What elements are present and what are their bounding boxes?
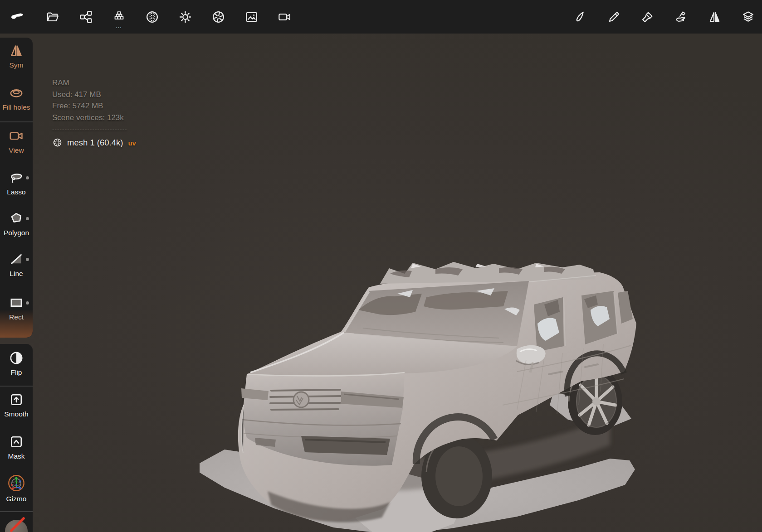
tool-gizmo[interactable]: Gizmo xyxy=(0,474,33,503)
material-icon[interactable] xyxy=(145,10,159,24)
files-icon[interactable] xyxy=(46,10,60,24)
tool-label-lasso: Lasso xyxy=(7,189,25,196)
stats-overlay: RAM Used: 417 MB Free: 5742 MB Scene ver… xyxy=(52,77,136,149)
tool-polygon[interactable]: Polygon xyxy=(0,211,33,237)
app-logo-icon[interactable] xyxy=(9,10,27,23)
gizmo-icon xyxy=(7,474,25,492)
tool-label-sym: Sym xyxy=(10,62,24,69)
fill-holes-icon xyxy=(9,85,24,101)
rect-icon xyxy=(9,295,24,310)
tool-falloff-partial[interactable] xyxy=(0,517,33,532)
topology-icon[interactable]: … xyxy=(112,10,126,24)
toolbox-panel-top: Sym Fill holes View Lasso xyxy=(0,38,33,338)
toolbar-right-group xyxy=(573,10,755,24)
paint-icon[interactable] xyxy=(640,10,655,24)
symmetry-icon xyxy=(9,43,24,58)
lighting-icon[interactable] xyxy=(178,10,192,24)
pressure-hand-icon[interactable] xyxy=(674,10,688,24)
smooth-icon xyxy=(9,392,24,407)
mask-icon xyxy=(9,434,24,450)
flip-icon xyxy=(9,350,24,366)
tool-view[interactable]: View xyxy=(0,128,33,154)
mesh-sphere-icon xyxy=(52,137,63,148)
stats-divider: ------------------------------ xyxy=(52,126,136,133)
tool-label-gizmo: Gizmo xyxy=(6,495,27,503)
tool-label-smooth: Smooth xyxy=(4,411,28,418)
layers-icon[interactable] xyxy=(741,10,755,24)
top-toolbar: … xyxy=(0,0,762,34)
tool-label-line: Line xyxy=(10,270,23,277)
background-image-icon[interactable] xyxy=(244,10,259,24)
tool-label-rect: Rect xyxy=(9,314,24,321)
tool-fill-holes[interactable]: Fill holes xyxy=(0,85,33,111)
falloff-sphere-icon xyxy=(4,517,29,532)
scene-graph-icon[interactable] xyxy=(79,10,93,24)
post-process-icon[interactable] xyxy=(211,10,225,24)
stats-scene-vertices: Scene vertices: 123k xyxy=(52,112,136,124)
panel-separator xyxy=(0,386,33,387)
tool-options-dot[interactable] xyxy=(26,301,29,305)
lasso-icon xyxy=(9,170,24,185)
stats-ram-title: RAM xyxy=(52,77,136,89)
tool-line[interactable]: Line xyxy=(0,251,33,277)
tool-options-dot[interactable] xyxy=(26,258,29,261)
line-icon xyxy=(9,251,24,267)
stroke-falloff-icon[interactable] xyxy=(573,10,587,24)
tool-flip[interactable]: Flip xyxy=(0,350,33,376)
symmetry-icon[interactable] xyxy=(708,10,722,24)
tool-label-mask: Mask xyxy=(8,453,24,460)
car-scan-mesh[interactable] xyxy=(200,222,644,532)
scene-mesh-item[interactable]: mesh 1 (60.4k) uv xyxy=(52,136,136,149)
uv-badge: uv xyxy=(128,137,136,149)
panel-separator xyxy=(0,121,33,122)
pencil-icon[interactable] xyxy=(607,10,621,24)
tool-label-fill-holes: Fill holes xyxy=(2,104,30,111)
viewport-3d[interactable]: RAM Used: 417 MB Free: 5742 MB Scene ver… xyxy=(0,34,762,532)
tool-mask[interactable]: Mask xyxy=(0,434,33,460)
tool-label-flip: Flip xyxy=(11,369,22,376)
toolbox-panel-bottom: Flip Smooth Mask xyxy=(0,344,33,532)
tool-smooth[interactable]: Smooth xyxy=(0,392,33,418)
view-camera-icon xyxy=(9,128,24,144)
tool-label-polygon: Polygon xyxy=(4,229,29,237)
camera-icon[interactable] xyxy=(278,10,292,24)
tool-options-dot[interactable] xyxy=(26,176,29,179)
tool-lasso[interactable]: Lasso xyxy=(0,170,33,196)
tool-options-dot[interactable] xyxy=(26,217,29,220)
stats-ram-used: Used: 417 MB xyxy=(52,89,136,101)
tool-rect[interactable]: Rect xyxy=(0,295,33,321)
topology-more-dots: … xyxy=(116,23,123,29)
stats-ram-free: Free: 5742 MB xyxy=(52,100,136,112)
toolbar-left-group: … xyxy=(0,10,292,24)
tool-label-view: View xyxy=(9,147,24,154)
mesh-name: mesh 1 (60.4k) xyxy=(67,137,123,149)
polygon-icon xyxy=(9,211,24,226)
tool-sym[interactable]: Sym xyxy=(0,43,33,69)
panel-separator xyxy=(0,511,33,512)
